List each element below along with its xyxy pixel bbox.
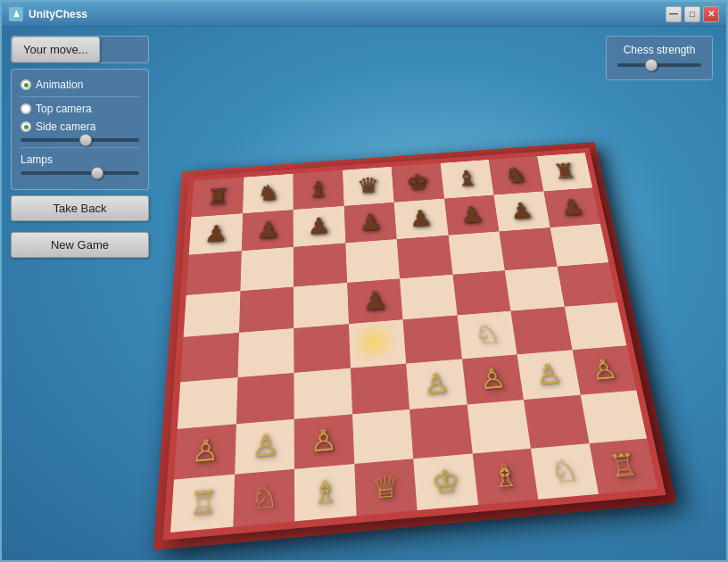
chess-square[interactable] bbox=[524, 395, 589, 449]
chess-square[interactable] bbox=[180, 333, 238, 382]
chess-board[interactable]: ♜ ♞ ♝ ♛ ♚ ♝ ♞ ♜ ♟ ♟ ♟ ♟ ♟ ♟ ♟ ♟ bbox=[163, 148, 666, 541]
take-back-button[interactable]: Take Back bbox=[11, 195, 149, 221]
chess-board-container: ♜ ♞ ♝ ♛ ♚ ♝ ♞ ♜ ♟ ♟ ♟ ♟ ♟ ♟ ♟ ♟ bbox=[145, 54, 724, 560]
chess-square[interactable]: ♞ bbox=[243, 174, 294, 213]
camera-slider-track[interactable] bbox=[21, 138, 139, 142]
side-camera-radio[interactable] bbox=[21, 121, 31, 132]
minimize-button[interactable]: — bbox=[666, 6, 682, 22]
strength-slider-track[interactable] bbox=[617, 63, 701, 67]
chess-square[interactable] bbox=[184, 291, 240, 337]
chess-square[interactable] bbox=[410, 405, 472, 459]
chess-square[interactable]: ♚ bbox=[392, 163, 444, 202]
chess-square[interactable] bbox=[499, 227, 557, 270]
piece-light-pawn3: ♙ bbox=[294, 414, 354, 468]
window-controls: — □ ✕ bbox=[666, 6, 719, 22]
chess-square[interactable]: ♙ bbox=[461, 354, 523, 405]
chess-square[interactable]: ♙ bbox=[294, 414, 354, 468]
side-camera-option[interactable]: Side camera bbox=[21, 120, 139, 133]
chess-square[interactable]: ♙ bbox=[406, 359, 467, 409]
animation-option[interactable]: Animation bbox=[21, 79, 139, 91]
lamps-slider-container bbox=[21, 171, 139, 175]
chess-square[interactable] bbox=[510, 307, 572, 354]
chess-square[interactable]: ♛ bbox=[343, 167, 394, 206]
chess-square[interactable]: ♝ bbox=[440, 160, 493, 198]
piece-dark-pawn5: ♟ bbox=[394, 198, 449, 239]
chess-square[interactable]: ♟ bbox=[241, 210, 293, 252]
chess-square[interactable] bbox=[345, 239, 400, 282]
piece-dark-queen: ♛ bbox=[343, 167, 394, 206]
chess-square[interactable] bbox=[505, 266, 565, 310]
chess-square[interactable] bbox=[580, 390, 647, 442]
chess-square[interactable]: ♟ bbox=[543, 187, 600, 227]
chess-square[interactable]: ♜ bbox=[537, 153, 592, 191]
chess-square[interactable]: ♝ bbox=[293, 170, 343, 210]
your-move-button[interactable]: Your move... bbox=[12, 37, 100, 62]
chess-square[interactable]: ♙ bbox=[235, 419, 294, 474]
chess-square[interactable] bbox=[448, 231, 505, 274]
chess-square[interactable]: ♟ bbox=[343, 202, 396, 243]
chess-square[interactable]: ♟ bbox=[493, 191, 550, 231]
chess-square[interactable]: ♞ bbox=[489, 156, 543, 194]
piece-dark-pawn6: ♟ bbox=[444, 194, 500, 236]
top-camera-radio[interactable] bbox=[21, 103, 31, 114]
chess-square[interactable] bbox=[557, 262, 617, 307]
chess-square[interactable]: ♙ bbox=[517, 350, 580, 400]
chess-square[interactable] bbox=[294, 243, 347, 286]
chess-square[interactable] bbox=[349, 319, 407, 368]
chess-square[interactable]: ♘ bbox=[457, 311, 517, 359]
piece-dark-pawn7: ♟ bbox=[493, 191, 550, 231]
top-camera-option[interactable]: Top camera bbox=[21, 103, 139, 115]
chess-square[interactable]: ♗ bbox=[294, 464, 356, 522]
chess-square[interactable] bbox=[350, 363, 410, 414]
chess-square[interactable] bbox=[178, 377, 237, 429]
chess-square[interactable] bbox=[294, 368, 352, 419]
camera-slider-thumb[interactable] bbox=[79, 134, 92, 146]
chess-square[interactable]: ♖ bbox=[589, 438, 658, 494]
chess-square[interactable]: ♙ bbox=[572, 345, 636, 395]
lamps-slider-thumb[interactable] bbox=[91, 167, 103, 179]
new-game-button[interactable]: New Game bbox=[11, 232, 149, 258]
divider2 bbox=[21, 147, 139, 148]
strength-slider-thumb[interactable] bbox=[645, 59, 658, 71]
chess-square[interactable]: ♘ bbox=[531, 443, 599, 500]
chess-square[interactable] bbox=[352, 409, 414, 464]
top-camera-label: Top camera bbox=[36, 103, 92, 115]
maximize-button[interactable]: □ bbox=[684, 6, 700, 22]
chess-square[interactable]: ♜ bbox=[191, 178, 243, 217]
chess-square[interactable]: ♙ bbox=[174, 424, 236, 479]
chess-square[interactable] bbox=[294, 283, 349, 328]
chess-square[interactable]: ♟ bbox=[347, 278, 403, 324]
chess-square[interactable] bbox=[237, 328, 294, 377]
chess-square[interactable] bbox=[452, 270, 510, 316]
chess-square[interactable] bbox=[397, 236, 452, 278]
piece-light-bishop: ♗ bbox=[294, 464, 356, 522]
chess-square[interactable] bbox=[402, 315, 461, 363]
piece-dark-bishop: ♝ bbox=[293, 170, 343, 210]
chess-square[interactable]: ♖ bbox=[170, 474, 235, 533]
chess-square[interactable]: ♗ bbox=[472, 448, 538, 505]
close-button[interactable]: ✕ bbox=[703, 6, 719, 22]
chess-square[interactable]: ♟ bbox=[394, 198, 449, 239]
chess-square[interactable] bbox=[186, 251, 242, 294]
chess-square[interactable] bbox=[400, 274, 457, 319]
divider bbox=[21, 96, 139, 97]
chess-square[interactable]: ♟ bbox=[189, 213, 243, 255]
app-window: ♟ UnityChess — □ ✕ ♜ ♞ ♝ ♛ ♚ ♝ bbox=[0, 0, 728, 562]
chess-square[interactable] bbox=[550, 224, 608, 266]
piece-light-bishop2: ♗ bbox=[472, 448, 538, 505]
piece-dark-pawn2: ♟ bbox=[241, 210, 293, 252]
chess-square[interactable]: ♘ bbox=[233, 468, 294, 526]
animation-radio[interactable] bbox=[21, 79, 31, 90]
chess-square[interactable] bbox=[236, 372, 294, 424]
chess-square[interactable]: ♕ bbox=[354, 459, 418, 516]
piece-dark-pawn4: ♟ bbox=[343, 202, 396, 243]
chess-square[interactable] bbox=[240, 247, 294, 291]
chess-square[interactable]: ♟ bbox=[294, 206, 345, 247]
chess-square[interactable] bbox=[239, 286, 294, 333]
lamps-slider-track[interactable] bbox=[21, 171, 139, 175]
chess-square[interactable] bbox=[294, 324, 350, 372]
chess-square[interactable]: ♔ bbox=[413, 453, 477, 510]
chess-square[interactable]: ♟ bbox=[444, 194, 500, 236]
chess-square[interactable] bbox=[467, 400, 531, 453]
chess-square[interactable] bbox=[564, 302, 626, 350]
